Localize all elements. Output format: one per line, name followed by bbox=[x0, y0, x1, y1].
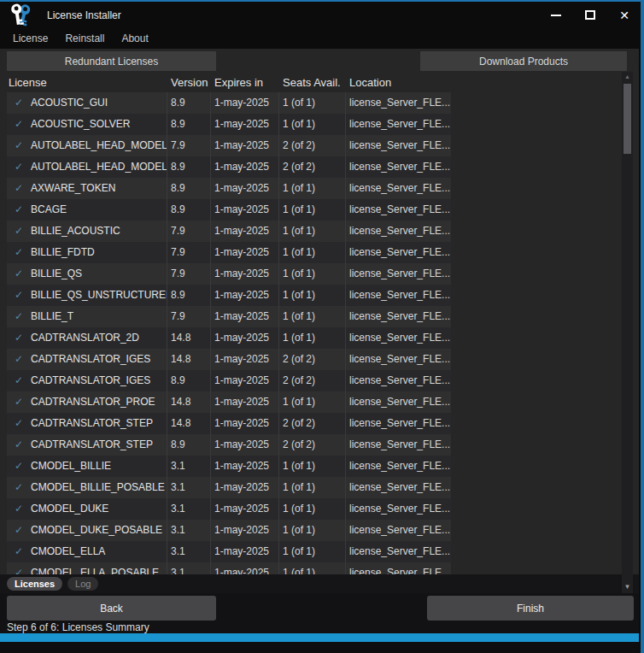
menu-reinstall[interactable]: Reinstall bbox=[56, 32, 113, 44]
cell-version: 7.9 bbox=[167, 306, 211, 327]
cell-location: license_Server_FLE... bbox=[346, 391, 451, 413]
window-border-right bbox=[641, 0, 644, 653]
col-header-version[interactable]: Version bbox=[167, 76, 211, 89]
content-panel: Redundant Licenses Download Products Lic… bbox=[0, 49, 639, 574]
check-icon: ✓ bbox=[7, 221, 31, 242]
cell-expires: 1-may-2025 bbox=[211, 92, 279, 114]
tab-log[interactable]: Log bbox=[67, 577, 98, 591]
cell-license: CMODEL_BILLIE bbox=[31, 456, 111, 477]
cell-version: 3.1 bbox=[167, 520, 211, 541]
license-installer-window: License Installer ✕ License Reinstall Ab… bbox=[0, 0, 644, 653]
menu-license[interactable]: License bbox=[0, 32, 56, 44]
cell-expires: 1-may-2025 bbox=[211, 541, 279, 562]
cell-license: CMODEL_BILLIE_POSABLE bbox=[31, 477, 165, 498]
menu-about[interactable]: About bbox=[113, 32, 156, 44]
vertical-scrollbar[interactable]: ▲ ▼ bbox=[622, 72, 633, 593]
back-button[interactable]: Back bbox=[7, 596, 216, 621]
close-button[interactable]: ✕ bbox=[617, 8, 632, 23]
cell-location: license_Server_FLE... bbox=[346, 178, 451, 199]
cell-location: license_Server_FLE... bbox=[346, 92, 451, 114]
cell-version: 14.8 bbox=[167, 413, 211, 434]
cell-seats: 1 (of 1) bbox=[279, 498, 346, 520]
table-row[interactable]: ✓ CMODEL_BILLIE 3.1 1-may-2025 1 (of 1) … bbox=[7, 456, 451, 477]
scroll-down-icon[interactable]: ▼ bbox=[624, 581, 631, 593]
check-icon: ✓ bbox=[7, 349, 31, 370]
maximize-button[interactable] bbox=[583, 8, 598, 23]
table-row[interactable]: ✓ CADTRANSLATOR_STEP 8.9 1-may-2025 2 (o… bbox=[7, 434, 451, 456]
redundant-licenses-button[interactable]: Redundant Licenses bbox=[7, 51, 216, 71]
cell-location: license_Server_FLE... bbox=[346, 370, 451, 391]
check-icon: ✓ bbox=[7, 114, 31, 135]
scrollbar-thumb[interactable] bbox=[624, 84, 631, 154]
table-row[interactable]: ✓ CMODEL_BILLIE_POSABLE 3.1 1-may-2025 1… bbox=[7, 477, 451, 498]
cell-expires: 1-may-2025 bbox=[211, 156, 279, 178]
table-row[interactable]: ✓ BILLIE_ACOUSTIC 7.9 1-may-2025 1 (of 1… bbox=[7, 221, 451, 242]
table-row[interactable]: ✓ BCAGE 8.9 1-may-2025 1 (of 1) license_… bbox=[7, 199, 451, 221]
cell-version: 3.1 bbox=[167, 498, 211, 520]
cell-version: 8.9 bbox=[167, 370, 211, 391]
cell-seats: 1 (of 1) bbox=[279, 327, 346, 349]
cell-version: 8.9 bbox=[167, 199, 211, 221]
scroll-up-icon[interactable]: ▲ bbox=[624, 72, 630, 82]
wizard-buttons-row: Back Finish bbox=[0, 593, 639, 622]
cell-version: 3.1 bbox=[167, 541, 211, 562]
table-row[interactable]: ✓ BILLIE_QS 7.9 1-may-2025 1 (of 1) lice… bbox=[7, 263, 451, 285]
check-icon: ✓ bbox=[7, 477, 31, 498]
cell-version: 8.9 bbox=[167, 156, 211, 178]
table-row[interactable]: ✓ CADTRANSLATOR_2D 14.8 1-may-2025 1 (of… bbox=[7, 327, 451, 349]
table-row[interactable]: ✓ CADTRANSLATOR_STEP 14.8 1-may-2025 2 (… bbox=[7, 413, 451, 434]
cell-seats: 1 (of 1) bbox=[279, 242, 346, 263]
cell-expires: 1-may-2025 bbox=[211, 242, 279, 263]
cell-license: CMODEL_DUKE bbox=[31, 498, 108, 520]
col-header-expires[interactable]: Expires in bbox=[211, 76, 279, 89]
col-header-location[interactable]: Location bbox=[346, 76, 451, 89]
table-row[interactable]: ✓ CMODEL_DUKE_POSABLE 3.1 1-may-2025 1 (… bbox=[7, 520, 451, 541]
cell-version: 7.9 bbox=[167, 135, 211, 156]
cell-location: license_Server_FLE... bbox=[346, 114, 451, 135]
col-header-seats[interactable]: Seats Avail. bbox=[279, 76, 346, 89]
cell-seats: 1 (of 1) bbox=[279, 92, 346, 114]
table-row[interactable]: ✓ BILLIE_QS_UNSTRUCTURED 8.9 1-may-2025 … bbox=[7, 285, 451, 306]
table-row[interactable]: ✓ BILLIE_T 7.9 1-may-2025 1 (of 1) licen… bbox=[7, 306, 451, 327]
cell-license: BILLIE_FDTD bbox=[31, 242, 95, 263]
minimize-button[interactable] bbox=[548, 8, 564, 23]
table-row[interactable]: ✓ AUTOLABEL_HEAD_MODEL 8.9 1-may-2025 2 … bbox=[7, 156, 451, 178]
cell-license: CADTRANSLATOR_PROE bbox=[31, 391, 155, 413]
table-row[interactable]: ✓ CMODEL_DUKE 3.1 1-may-2025 1 (of 1) li… bbox=[7, 498, 451, 520]
cell-seats: 1 (of 1) bbox=[279, 456, 346, 477]
table-row[interactable]: ✓ CMODEL_ELLA 3.1 1-may-2025 1 (of 1) li… bbox=[7, 541, 451, 562]
cell-expires: 1-may-2025 bbox=[211, 178, 279, 199]
col-header-license[interactable]: License bbox=[7, 76, 167, 89]
table-row[interactable]: ✓ CADTRANSLATOR_PROE 14.8 1-may-2025 1 (… bbox=[7, 391, 451, 413]
table-row[interactable]: ✓ AUTOLABEL_HEAD_MODEL 7.9 1-may-2025 2 … bbox=[7, 135, 451, 156]
table-row[interactable]: ✓ ACOUSTIC_GUI 8.9 1-may-2025 1 (of 1) l… bbox=[7, 92, 451, 114]
cell-location: license_Server_FLE... bbox=[346, 541, 451, 562]
cell-version: 8.9 bbox=[167, 285, 211, 306]
table-row[interactable]: ✓ BILLIE_FDTD 7.9 1-may-2025 1 (of 1) li… bbox=[7, 242, 451, 263]
cell-license: CADTRANSLATOR_STEP bbox=[31, 434, 153, 456]
tab-licenses[interactable]: Licenses bbox=[7, 577, 62, 591]
check-icon: ✓ bbox=[7, 306, 31, 327]
table-header: License Version Expires in Seats Avail. … bbox=[7, 72, 451, 92]
cell-license: CMODEL_ELLA bbox=[31, 541, 105, 562]
finish-button[interactable]: Finish bbox=[427, 596, 634, 621]
download-products-button[interactable]: Download Products bbox=[420, 51, 627, 71]
cell-location: license_Server_FLE... bbox=[346, 434, 451, 456]
table-row[interactable]: ✓ CMODEL_ELLA_POSABLE 3.1 1-may-2025 1 (… bbox=[7, 562, 451, 574]
cell-expires: 1-may-2025 bbox=[211, 498, 279, 520]
table-row[interactable]: ✓ AXWARE_TOKEN 8.9 1-may-2025 1 (of 1) l… bbox=[7, 178, 451, 199]
view-tabs: Licenses Log bbox=[0, 574, 639, 593]
table-row[interactable]: ✓ CADTRANSLATOR_IGES 8.9 1-may-2025 2 (o… bbox=[7, 370, 451, 391]
cell-license: AUTOLABEL_HEAD_MODEL bbox=[31, 156, 167, 178]
check-icon: ✓ bbox=[7, 327, 31, 349]
cell-license: BILLIE_QS_UNSTRUCTURED bbox=[31, 285, 167, 306]
cell-location: license_Server_FLE... bbox=[346, 498, 451, 520]
check-icon: ✓ bbox=[7, 562, 31, 574]
app-keys-icon bbox=[8, 3, 33, 28]
check-icon: ✓ bbox=[7, 199, 31, 221]
table-row[interactable]: ✓ CADTRANSLATOR_IGES 14.8 1-may-2025 2 (… bbox=[7, 349, 451, 370]
cell-license: CADTRANSLATOR_STEP bbox=[31, 413, 153, 434]
table-row[interactable]: ✓ ACOUSTIC_SOLVER 8.9 1-may-2025 1 (of 1… bbox=[7, 114, 451, 135]
table-rows: ✓ ACOUSTIC_GUI 8.9 1-may-2025 1 (of 1) l… bbox=[7, 92, 451, 574]
cell-location: license_Server_FLE... bbox=[346, 349, 451, 370]
